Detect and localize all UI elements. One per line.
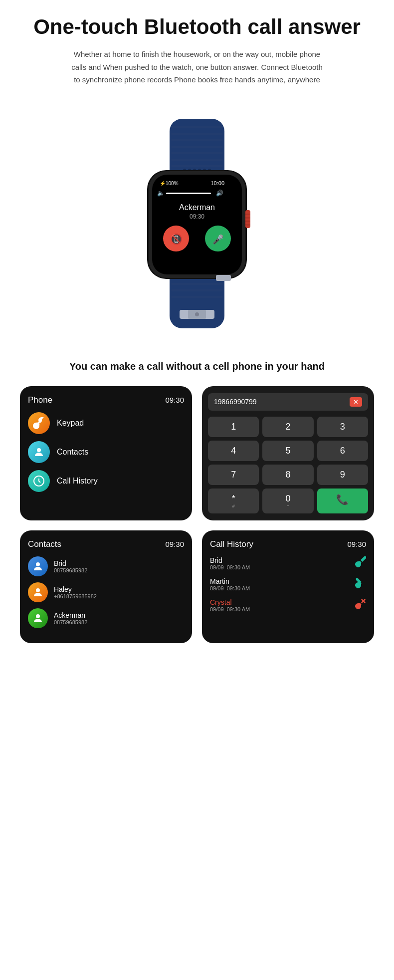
dialpad-key-8[interactable]: 8 bbox=[262, 465, 313, 485]
hero-section: One-touch Bluetooth call answer Whether … bbox=[0, 0, 394, 106]
contact-name-haley: Haley bbox=[54, 585, 97, 593]
callhist-card-title: Call History bbox=[210, 539, 253, 549]
svg-text:🎤: 🎤 bbox=[212, 234, 224, 245]
dialpad-card: 19866990799 ✕ 1 2 3 4 5 6 7 8 9 *# 0+ 📞 bbox=[202, 386, 374, 520]
contacts-card: Contacts 09:30 Brid 08759685982 Haley + bbox=[20, 530, 192, 643]
dialpad-grid: 1 2 3 4 5 6 7 8 9 *# 0+ 📞 bbox=[208, 417, 368, 513]
dialpad-key-2[interactable]: 2 bbox=[262, 417, 313, 437]
phone-menu-title: Phone bbox=[28, 395, 52, 405]
phone-menu-header: Phone 09:30 bbox=[28, 395, 184, 405]
contact-item-haley: Haley +8618759685982 bbox=[28, 582, 184, 602]
svg-rect-45 bbox=[245, 224, 250, 226]
callhist-card: Call History 09:30 Brid 09/09 09:30 AM bbox=[202, 530, 374, 643]
watch-svg: ⚡ 100% 10:00 🔈 🔊 Ackerman 09:30 📵 🎤 bbox=[92, 116, 302, 331]
callhist-item-martin: Martin 09/09 09:30 AM bbox=[210, 577, 366, 591]
hero-description: Whether at home to finish the housework,… bbox=[67, 48, 327, 86]
svg-rect-33 bbox=[166, 193, 211, 194]
callhist-info-crystal: Crystal 09/09 09:30 AM bbox=[210, 598, 250, 612]
svg-text:📵: 📵 bbox=[170, 233, 183, 245]
svg-rect-14 bbox=[171, 146, 223, 148]
watch-container: ⚡ 100% 10:00 🔈 🔊 Ackerman 09:30 📵 🎤 bbox=[0, 106, 394, 351]
menu-item-callhistory: Call History bbox=[28, 470, 184, 492]
callhist-header: Call History 09:30 bbox=[210, 539, 366, 549]
callhist-outgoing-icon bbox=[355, 556, 366, 570]
svg-point-9 bbox=[195, 312, 199, 316]
contact-name-brid: Brid bbox=[54, 559, 87, 567]
dialpad-key-9[interactable]: 9 bbox=[317, 465, 368, 485]
callhist-item-crystal: Crystal 09/09 09:30 AM bbox=[210, 598, 366, 612]
callhist-info-martin: Martin 09/09 09:30 AM bbox=[210, 577, 250, 591]
contacts-card-title: Contacts bbox=[28, 539, 61, 549]
svg-rect-42 bbox=[245, 214, 250, 215]
contact-avatar-brid bbox=[28, 556, 48, 576]
callhist-item-brid: Brid 09/09 09:30 AM bbox=[210, 556, 366, 570]
svg-point-49 bbox=[36, 562, 40, 566]
contact-phone-haley: +8618759685982 bbox=[54, 593, 97, 599]
menu-item-keypad: Keypad bbox=[28, 412, 184, 434]
svg-rect-17 bbox=[171, 165, 223, 167]
contacts-header: Contacts 09:30 bbox=[28, 539, 184, 549]
svg-rect-28 bbox=[152, 175, 242, 274]
dialpad-call-btn[interactable]: 📞 bbox=[317, 489, 368, 513]
dialpad-key-7[interactable]: 7 bbox=[208, 465, 259, 485]
callhist-name-brid: Brid bbox=[210, 556, 250, 564]
svg-rect-15 bbox=[171, 152, 223, 154]
keypad-icon bbox=[28, 412, 50, 434]
keypad-label: Keypad bbox=[57, 419, 84, 428]
contact-item-ackerman: Ackerman 08759685982 bbox=[28, 608, 184, 628]
dialpad-key-4[interactable]: 4 bbox=[208, 441, 259, 461]
contact-info-brid: Brid 08759685982 bbox=[54, 559, 87, 573]
contact-name-ackerman: Ackerman bbox=[54, 611, 87, 619]
dialpad-key-6[interactable]: 6 bbox=[317, 441, 368, 461]
svg-text:10:00: 10:00 bbox=[210, 180, 224, 186]
callhist-name-crystal: Crystal bbox=[210, 598, 250, 606]
contact-phone-brid: 08759685982 bbox=[54, 567, 87, 573]
svg-rect-12 bbox=[171, 133, 223, 135]
phone-menu-card: Phone 09:30 Keypad Contacts Call Histor bbox=[20, 386, 192, 520]
watch-scene: ⚡ 100% 10:00 🔈 🔊 Ackerman 09:30 📵 🎤 bbox=[92, 116, 302, 331]
svg-text:09:30: 09:30 bbox=[190, 213, 204, 220]
svg-rect-6 bbox=[171, 296, 223, 298]
dialpad-key-star[interactable]: *# bbox=[208, 489, 259, 513]
dialpad-key-3[interactable]: 3 bbox=[317, 417, 368, 437]
svg-point-51 bbox=[36, 614, 40, 618]
second-section: You can make a call without a cell phone… bbox=[0, 351, 394, 658]
svg-rect-4 bbox=[171, 283, 223, 285]
svg-rect-13 bbox=[171, 139, 223, 141]
svg-rect-44 bbox=[245, 221, 250, 222]
contact-info-haley: Haley +8618759685982 bbox=[54, 585, 97, 599]
menu-item-contacts: Contacts bbox=[28, 441, 184, 463]
callhistory-icon bbox=[28, 470, 50, 492]
svg-rect-5 bbox=[171, 289, 223, 291]
svg-text:🔈: 🔈 bbox=[157, 189, 165, 197]
cards-grid: Phone 09:30 Keypad Contacts Call Histor bbox=[20, 386, 374, 643]
contacts-card-time: 09:30 bbox=[165, 540, 184, 548]
dialpad-number: 19866990799 bbox=[214, 398, 257, 406]
dialpad-key-5[interactable]: 5 bbox=[262, 441, 313, 461]
callhistory-label: Call History bbox=[57, 477, 98, 486]
callhist-datetime-brid: 09/09 09:30 AM bbox=[210, 564, 250, 570]
svg-rect-16 bbox=[171, 159, 223, 161]
svg-text:🔊: 🔊 bbox=[216, 189, 223, 197]
dialpad-key-0[interactable]: 0+ bbox=[262, 489, 313, 513]
section-title: You can make a call without a cell phone… bbox=[20, 361, 374, 372]
callhist-datetime-martin: 09/09 09:30 AM bbox=[210, 585, 250, 591]
dialpad-display: 19866990799 ✕ bbox=[208, 393, 368, 411]
dialpad-delete-btn[interactable]: ✕ bbox=[350, 397, 362, 407]
callhist-info-brid: Brid 09/09 09:30 AM bbox=[210, 556, 250, 570]
contacts-label: Contacts bbox=[57, 448, 88, 457]
contact-phone-ackerman: 08759685982 bbox=[54, 619, 87, 625]
svg-text:Ackerman: Ackerman bbox=[179, 203, 215, 212]
contact-avatar-ackerman bbox=[28, 608, 48, 628]
contact-avatar-haley bbox=[28, 582, 48, 602]
svg-rect-43 bbox=[245, 217, 250, 219]
svg-rect-11 bbox=[171, 126, 223, 128]
svg-point-50 bbox=[36, 588, 40, 592]
dialpad-key-1[interactable]: 1 bbox=[208, 417, 259, 437]
hero-title: One-touch Bluetooth call answer bbox=[20, 15, 374, 39]
contact-item-brid: Brid 08759685982 bbox=[28, 556, 184, 576]
contacts-icon bbox=[28, 441, 50, 463]
svg-rect-46 bbox=[216, 275, 231, 281]
callhist-incoming-icon bbox=[355, 577, 366, 591]
callhist-missed-icon bbox=[355, 598, 366, 612]
